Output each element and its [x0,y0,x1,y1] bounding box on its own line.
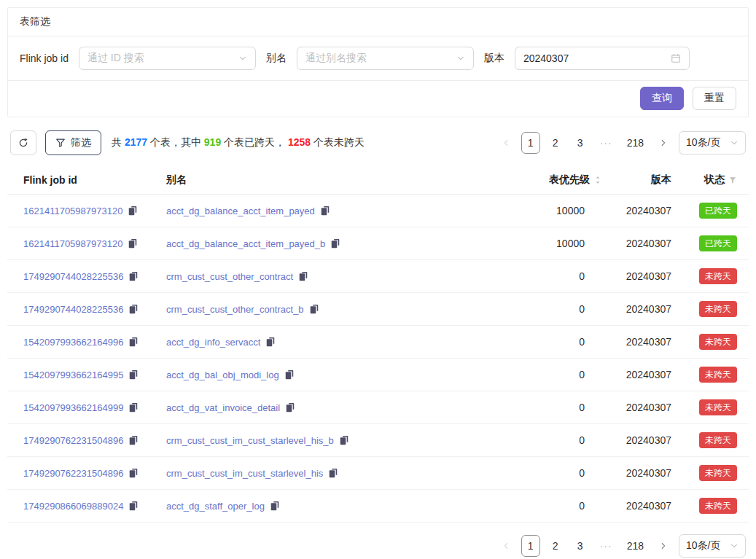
copy-icon[interactable] [339,435,349,445]
priority-cell: 0 [500,270,602,282]
priority-cell: 0 [500,369,602,380]
refresh-button[interactable] [10,130,36,155]
copy-icon[interactable] [270,501,280,511]
header-alias: 别名 [166,173,500,187]
job-id-link[interactable]: 1621411705987973120 [23,206,122,216]
chevron-down-icon [730,542,739,550]
summary-total-count: 2177 [125,136,147,148]
page-ellipsis[interactable]: ··· [596,132,617,154]
reset-button[interactable]: 重置 [693,87,736,110]
alias-link[interactable]: acct_dg_staff_oper_log [166,501,265,512]
copy-icon[interactable] [265,337,276,347]
copy-icon[interactable] [284,370,295,380]
funnel-icon [55,138,66,148]
alias-link[interactable]: acct_dg_info_servacct [166,337,260,348]
alias-link[interactable]: crm_cust_cust_im_cust_starlevel_his [166,468,323,479]
version-cell: 20240307 [602,500,671,512]
status-filter-icon[interactable] [728,176,737,184]
copy-icon[interactable] [128,501,139,511]
copy-icon[interactable] [128,271,139,281]
copy-icon[interactable] [330,238,340,249]
alias-link[interactable]: acct_dg_vat_invoice_detail [166,402,280,413]
summary-part: 个表，其中 [147,136,204,148]
alias-link[interactable]: crm_cust_cust_other_contract_b [166,304,304,315]
header-job-id: Flink job id [23,174,166,186]
job-id-link[interactable]: 1749290744028225536 [23,304,123,315]
alias-link[interactable]: crm_cust_cust_other_contract [166,271,293,282]
table-row: 1749290744028225536 crm_cust_cust_other_… [7,293,749,326]
job-id-link[interactable]: 1749290762231504896 [23,468,123,479]
summary-part: 共 [112,136,125,148]
priority-cell: 0 [500,467,602,479]
page-number-2[interactable]: 2 [546,535,565,557]
job-id-link[interactable]: 1542097993662164999 [23,402,123,413]
copy-icon[interactable] [128,370,139,380]
bottom-pagination-wrap: 1 2 3 ··· 218 10条/页 [10,534,746,558]
copy-icon[interactable] [128,402,139,413]
copy-icon[interactable] [128,468,139,478]
copy-icon[interactable] [298,271,308,281]
filter-fields-row: Flink job id 通过 ID 搜索 别名 通过别名搜索 版本 20240… [8,36,748,80]
copy-icon[interactable] [128,206,138,216]
pagination-bottom: 1 2 3 ··· 218 10条/页 [496,534,746,558]
next-page-button[interactable] [654,535,673,557]
sort-icon[interactable] [593,176,602,184]
priority-cell: 0 [500,434,602,446]
alias-link[interactable]: acct_dg_balance_acct_item_payed_b [166,238,325,249]
page-number-2[interactable]: 2 [546,132,565,154]
table-row: 1542097993662164995 acct_dg_bal_obj_modi… [7,359,749,391]
copy-icon[interactable] [320,206,330,216]
version-cell: 20240307 [602,303,671,315]
summary-part: 个表未跨天 [311,136,365,148]
filter-toggle-button[interactable]: 筛选 [45,130,101,155]
job-id-link[interactable]: 1749290744028225536 [23,271,123,282]
version-cell: 20240307 [602,205,671,216]
job-id-link[interactable]: 1542097993662164995 [23,370,123,380]
copy-icon[interactable] [328,468,338,478]
page-ellipsis[interactable]: ··· [596,535,617,557]
page-number-1[interactable]: 1 [521,132,540,154]
version-cell: 20240307 [602,402,671,413]
job-id-link[interactable]: 1542097993662164996 [23,337,123,348]
alias-link[interactable]: acct_dg_bal_obj_modi_log [166,370,279,380]
summary-part: 个表已跨天， [221,136,288,148]
job-id-link[interactable]: 1621411705987973120 [23,238,122,249]
table-header-row: Flink job id 别名 表优先级 版本 状态 [7,165,749,195]
toolbar: 筛选 共 2177 个表，其中 919 个表已跨天， 1258 个表未跨天 1 … [10,130,746,155]
copy-icon[interactable] [128,337,139,347]
page-number-3[interactable]: 3 [571,535,590,557]
alias-link[interactable]: crm_cust_cust_im_cust_starlevel_his_b [166,435,334,446]
copy-icon[interactable] [128,435,139,445]
copy-icon[interactable] [309,304,319,314]
alias-link[interactable]: acct_dg_balance_acct_item_payed [166,206,315,216]
alias-label: 别名 [266,52,287,65]
job-id-select[interactable]: 通过 ID 搜索 [79,47,256,70]
job-id-link[interactable]: 1749290866069889024 [23,501,123,512]
next-page-button[interactable] [654,132,673,154]
table-row: 1542097993662164999 acct_dg_vat_invoice_… [7,391,749,424]
status-badge: 已跨天 [699,203,737,219]
page-number-3[interactable]: 3 [571,132,590,154]
page-number-last[interactable]: 218 [623,132,648,154]
alias-select[interactable]: 通过别名搜索 [297,47,474,70]
page-number-last[interactable]: 218 [623,535,648,557]
version-date-picker[interactable]: 20240307 [515,47,690,70]
page-size-value: 10条/页 [686,136,720,149]
status-badge: 未跨天 [699,334,737,350]
table-row: 1749290762231504896 crm_cust_cust_im_cus… [7,457,749,490]
priority-cell: 10000 [500,205,602,216]
page-size-select[interactable]: 10条/页 [679,131,746,155]
table-row: 1749290866069889024 acct_dg_staff_oper_l… [7,490,749,523]
page-size-select[interactable]: 10条/页 [679,534,746,558]
copy-icon[interactable] [128,304,139,314]
version-date-value: 20240307 [523,52,569,64]
priority-cell: 0 [500,402,602,413]
copy-icon[interactable] [128,238,138,249]
version-cell: 20240307 [602,238,671,249]
job-id-link[interactable]: 1749290762231504896 [23,435,123,446]
table-row: 1621411705987973120 acct_dg_balance_acct… [7,195,749,227]
query-button[interactable]: 查询 [640,87,684,110]
header-status: 状态 [671,173,737,187]
page-number-1[interactable]: 1 [521,535,540,557]
copy-icon[interactable] [285,402,295,413]
